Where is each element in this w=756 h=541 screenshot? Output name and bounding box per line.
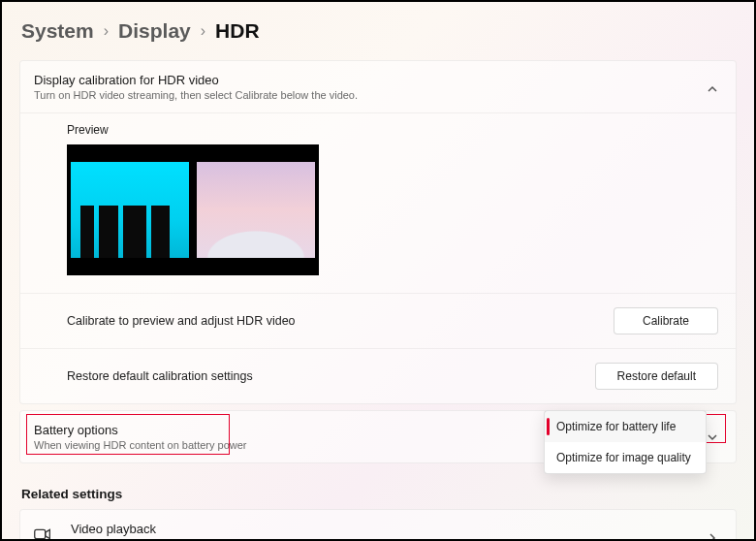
chevron-down-icon[interactable] — [707, 431, 718, 443]
breadcrumb-display[interactable]: Display — [118, 19, 191, 43]
svg-rect-0 — [35, 529, 46, 538]
preview-section: Preview — [20, 113, 736, 293]
restore-row-label: Restore default calibration settings — [67, 369, 253, 383]
calibration-title: Display calibration for HDR video — [34, 73, 358, 87]
restore-row: Restore default calibration settings Res… — [20, 348, 736, 403]
video-camera-icon — [32, 524, 53, 542]
calibrate-button[interactable]: Calibrate — [614, 307, 718, 334]
breadcrumb: System › Display › HDR — [19, 19, 737, 43]
battery-options-dropdown: Optimize for battery life Optimize for i… — [544, 410, 707, 474]
calibration-card: Display calibration for HDR video Turn o… — [19, 60, 737, 404]
battery-options-card: Battery options When viewing HDR content… — [19, 410, 737, 463]
video-playback-row[interactable]: Video playback Video adjustments, HDR st… — [20, 510, 736, 541]
battery-options-subtitle: When viewing HDR content on battery powe… — [34, 439, 247, 451]
chevron-up-icon[interactable] — [707, 81, 718, 93]
calibrate-row: Calibrate to preview and adjust HDR vide… — [20, 293, 736, 348]
dropdown-option-image-quality[interactable]: Optimize for image quality — [545, 442, 706, 473]
breadcrumb-system[interactable]: System — [21, 19, 94, 43]
hdr-preview-thumbnail[interactable] — [67, 144, 319, 275]
battery-options-row[interactable]: Battery options When viewing HDR content… — [20, 411, 736, 462]
preview-pane-sdr — [71, 162, 189, 258]
preview-label: Preview — [67, 123, 722, 137]
calibration-header[interactable]: Display calibration for HDR video Turn o… — [20, 61, 736, 113]
video-playback-title: Video playback — [71, 522, 313, 536]
restore-default-button[interactable]: Restore default — [595, 363, 718, 390]
preview-pane-hdr — [197, 162, 315, 258]
calibrate-row-label: Calibrate to preview and adjust HDR vide… — [67, 314, 296, 328]
battery-options-title: Battery options — [34, 423, 247, 437]
chevron-right-icon: › — [201, 22, 205, 40]
related-settings-heading: Related settings — [21, 487, 737, 501]
dropdown-option-battery-life[interactable]: Optimize for battery life — [545, 411, 706, 442]
chevron-right-icon[interactable] — [707, 530, 718, 542]
chevron-right-icon: › — [104, 22, 109, 40]
calibration-subtitle: Turn on HDR video streaming, then select… — [34, 89, 358, 101]
svg-marker-1 — [46, 529, 50, 538]
video-playback-card: Video playback Video adjustments, HDR st… — [19, 509, 737, 541]
breadcrumb-hdr: HDR — [215, 19, 260, 43]
